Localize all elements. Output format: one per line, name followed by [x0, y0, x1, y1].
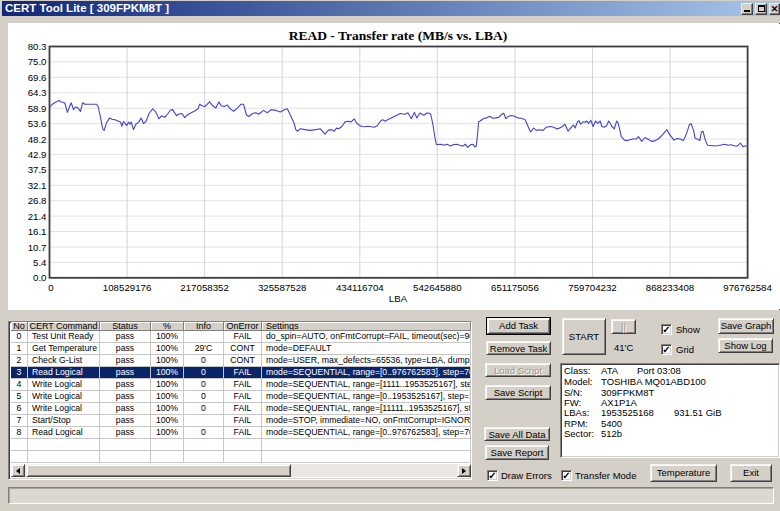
svg-text:37.5: 37.5	[28, 164, 47, 175]
svg-text:48.2: 48.2	[28, 134, 47, 145]
svg-text:5.4: 5.4	[33, 257, 47, 268]
svg-text:LBA: LBA	[389, 293, 408, 304]
svg-text:58.9: 58.9	[28, 103, 47, 114]
svg-text:80.3: 80.3	[28, 41, 47, 52]
svg-text:READ - Transfer rate (MB/s vs.: READ - Transfer rate (MB/s vs. LBA)	[289, 28, 508, 43]
svg-text:108529176: 108529176	[103, 282, 152, 293]
svg-text:542645880: 542645880	[413, 282, 462, 293]
svg-text:21.4: 21.4	[28, 211, 47, 222]
svg-text:759704232: 759704232	[568, 282, 617, 293]
svg-text:434116704: 434116704	[336, 282, 384, 293]
svg-text:976762584: 976762584	[723, 282, 772, 293]
svg-text:325587528: 325587528	[258, 282, 307, 293]
svg-text:69.6: 69.6	[28, 72, 47, 83]
svg-text:26.8: 26.8	[28, 195, 47, 206]
svg-text:53.6: 53.6	[28, 118, 47, 129]
svg-text:42.9: 42.9	[28, 149, 47, 160]
svg-text:868233408: 868233408	[646, 282, 695, 293]
svg-text:0: 0	[48, 282, 54, 293]
svg-text:0.0: 0.0	[33, 272, 47, 283]
svg-text:10.7: 10.7	[28, 242, 47, 253]
svg-text:75.0: 75.0	[28, 56, 47, 67]
svg-text:16.1: 16.1	[28, 226, 47, 237]
svg-text:32.1: 32.1	[28, 180, 47, 191]
svg-text:217058352: 217058352	[180, 282, 229, 293]
svg-text:64.3: 64.3	[28, 87, 47, 98]
svg-text:651175056: 651175056	[491, 282, 539, 293]
